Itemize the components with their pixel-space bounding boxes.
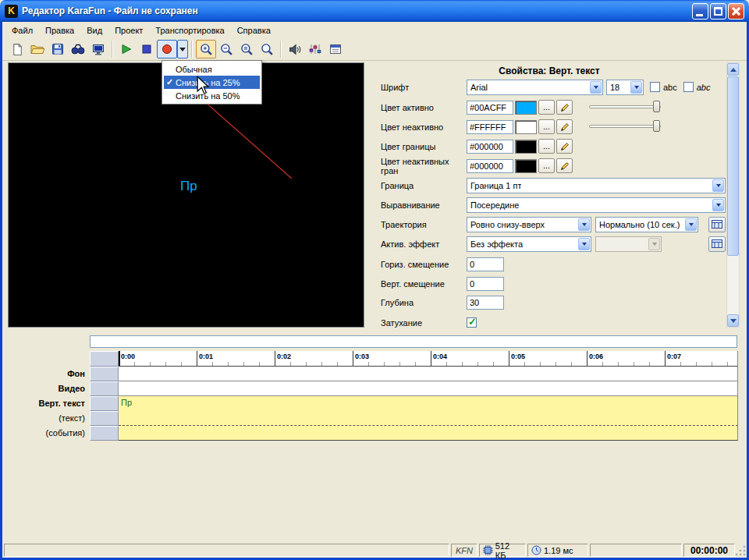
- find-button[interactable]: [68, 40, 88, 58]
- stop-icon: [141, 44, 152, 55]
- depth-input[interactable]: [467, 296, 504, 310]
- properties-panel-title: Свойства: Верт. текст: [373, 66, 726, 76]
- zoom-out-button[interactable]: [216, 40, 236, 58]
- menu-file[interactable]: Файл: [5, 23, 39, 37]
- properties-button[interactable]: [325, 40, 346, 58]
- scroll-up-button[interactable]: [727, 63, 739, 76]
- h-offset-input[interactable]: [467, 257, 504, 271]
- border-color-browse-button[interactable]: ...: [538, 139, 555, 154]
- record-button[interactable]: [157, 40, 177, 58]
- volume-button[interactable]: [285, 40, 305, 58]
- slider-thumb[interactable]: [653, 101, 660, 112]
- record-icon: [161, 43, 173, 55]
- mixer-button[interactable]: [305, 40, 325, 58]
- active-effect-advanced-button[interactable]: [708, 236, 726, 252]
- border-color-input[interactable]: [467, 140, 513, 154]
- inactive-border-color-input[interactable]: [467, 159, 513, 173]
- zoom-in-button[interactable]: [196, 40, 216, 58]
- close-button[interactable]: [728, 3, 744, 19]
- border-color-pick-button[interactable]: [556, 139, 573, 154]
- record-options-button[interactable]: [177, 40, 188, 58]
- open-file-button[interactable]: [27, 40, 48, 58]
- alignment-select[interactable]: Посередине: [467, 197, 726, 213]
- inactive-color-slider[interactable]: [589, 120, 661, 133]
- checkmark-icon: [164, 77, 176, 87]
- menu-item-reduce-50[interactable]: Снизить на 50%: [164, 89, 260, 102]
- active-color-swatch[interactable]: [515, 101, 537, 115]
- active-effect-select[interactable]: Без эффекта: [467, 236, 591, 252]
- track-clip-text[interactable]: Пр: [121, 398, 132, 407]
- border-select[interactable]: Граница 1 пт: [467, 178, 726, 193]
- menu-transport[interactable]: Транспортировка: [149, 23, 230, 37]
- chevron-down-icon: [630, 81, 642, 94]
- chevron-down-icon: [590, 81, 602, 94]
- properties-icon: [329, 43, 342, 55]
- trajectory-advanced-button[interactable]: [708, 217, 726, 232]
- menu-edit[interactable]: Правка: [39, 23, 80, 37]
- zoom-normal-button[interactable]: [236, 40, 257, 58]
- ruler-label: 0:05: [511, 353, 525, 360]
- fade-row: Затухание: [381, 314, 726, 331]
- title-bar[interactable]: K Редактор KaraFun - Файл не сохранен: [0, 0, 749, 22]
- chevron-down-icon: [685, 218, 697, 231]
- minimize-button[interactable]: [692, 3, 708, 19]
- track-header-cell[interactable]: [90, 396, 119, 411]
- bold-label: abc: [663, 83, 677, 92]
- track-header-cell[interactable]: [90, 381, 119, 396]
- inactive-color-browse-button[interactable]: ...: [538, 119, 555, 134]
- timeline-ruler[interactable]: 0:00 0:01 0:02 0:03 0:04 0:05 0:06 0:07: [119, 351, 738, 367]
- maximize-button[interactable]: [710, 3, 726, 19]
- preview-button[interactable]: [88, 40, 108, 58]
- menu-item-normal[interactable]: Обычная: [164, 62, 260, 76]
- track-header-cell[interactable]: [90, 426, 119, 441]
- font-size-select[interactable]: 18: [606, 80, 644, 95]
- status-message-panel: [4, 544, 449, 557]
- menu-help[interactable]: Справка: [231, 23, 277, 37]
- inactive-color-input[interactable]: [467, 120, 513, 134]
- active-color-input[interactable]: [467, 101, 513, 115]
- menu-item-reduce-25[interactable]: Снизить на 25%: [164, 76, 260, 89]
- properties-scrollbar[interactable]: [726, 62, 740, 328]
- italic-checkbox[interactable]: [683, 82, 694, 92]
- menu-view[interactable]: Вид: [80, 23, 108, 37]
- scroll-down-button[interactable]: [727, 314, 739, 327]
- stop-button[interactable]: [137, 40, 157, 58]
- menu-project[interactable]: Проект: [108, 23, 149, 37]
- track-row-vertical-text[interactable]: Пр: [119, 396, 738, 411]
- inactive-color-pick-button[interactable]: [556, 119, 573, 134]
- border-color-swatch[interactable]: [515, 140, 537, 154]
- slider-thumb[interactable]: [653, 120, 660, 132]
- resize-grip[interactable]: [735, 544, 747, 557]
- track-label-background: Фон: [2, 367, 85, 381]
- play-button[interactable]: [116, 40, 137, 58]
- status-time-panel: 00:00:00: [683, 544, 735, 557]
- trajectory-select[interactable]: Ровно снизу-вверх: [467, 217, 591, 232]
- active-color-pick-button[interactable]: [556, 100, 573, 115]
- inactive-border-color-pick-button[interactable]: [556, 158, 573, 173]
- font-label: Шрифт: [381, 83, 467, 92]
- trajectory-label: Траектория: [381, 220, 467, 229]
- scrollbar-thumb[interactable]: [727, 76, 739, 256]
- fade-checkbox[interactable]: [467, 317, 477, 328]
- save-button[interactable]: [48, 40, 68, 58]
- track-row-background[interactable]: [119, 367, 738, 381]
- font-family-select[interactable]: Arial: [467, 80, 603, 95]
- bold-checkbox[interactable]: [650, 82, 660, 92]
- active-color-browse-button[interactable]: ...: [538, 100, 555, 115]
- status-memory-panel: 512 КБ: [479, 544, 526, 557]
- open-folder-icon: [30, 44, 44, 55]
- zoom-fit-button[interactable]: [257, 40, 277, 58]
- track-header-cell[interactable]: [90, 411, 119, 426]
- inactive-border-color-swatch[interactable]: [515, 159, 537, 173]
- timeline-overview-bar[interactable]: [90, 335, 737, 348]
- trajectory-speed-select[interactable]: Нормально (10 сек.): [595, 217, 698, 232]
- active-color-slider[interactable]: [589, 101, 661, 113]
- v-offset-input[interactable]: [467, 277, 504, 291]
- inactive-color-swatch[interactable]: [515, 120, 537, 134]
- track-row-text[interactable]: [119, 411, 738, 426]
- new-document-button[interactable]: [7, 40, 27, 58]
- inactive-border-color-browse-button[interactable]: ...: [538, 158, 555, 173]
- track-row-events[interactable]: [119, 426, 738, 441]
- track-header-cell[interactable]: [90, 367, 119, 381]
- track-row-video[interactable]: [119, 381, 738, 396]
